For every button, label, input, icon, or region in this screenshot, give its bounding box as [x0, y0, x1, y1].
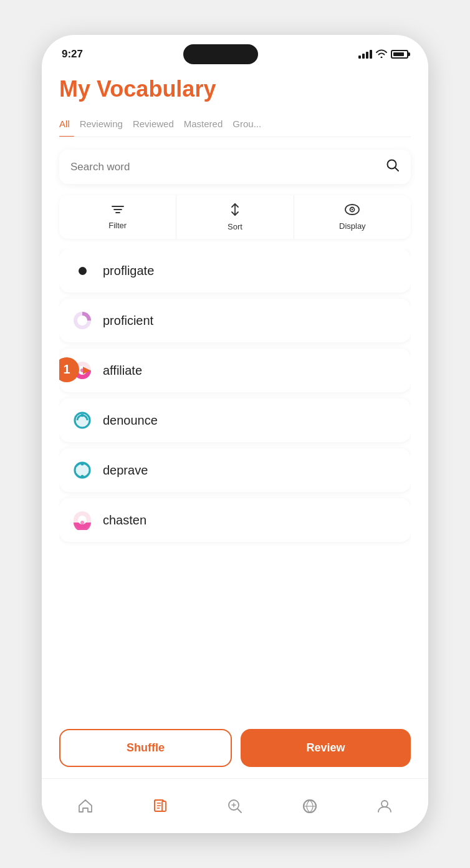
svg-point-10: [77, 316, 87, 326]
shuffle-button[interactable]: Shuffle: [59, 729, 232, 767]
tab-bar: All Reviewing Reviewed Mastered Grou...: [59, 113, 411, 137]
signal-icon: [358, 50, 372, 59]
word-item[interactable]: profligate: [59, 249, 411, 292]
word-icon-denounce: [72, 410, 93, 431]
nav-explore[interactable]: [292, 793, 328, 819]
search-bar[interactable]: [59, 150, 411, 184]
status-icons: [358, 49, 408, 60]
explore-icon: [302, 798, 318, 814]
word-item-affiliate-wrapper: 1 affiliate: [59, 349, 411, 392]
nav-home[interactable]: [67, 793, 103, 819]
search-icon[interactable]: [386, 158, 400, 175]
controls-row: Filter Sort: [59, 195, 411, 239]
word-name: proficient: [103, 314, 153, 328]
svg-point-20: [81, 475, 84, 478]
bottom-buttons: Shuffle Review: [59, 729, 411, 767]
battery-icon: [391, 50, 408, 59]
word-item[interactable]: denounce: [59, 398, 411, 442]
word-item[interactable]: deprave: [59, 448, 411, 492]
profile-icon: [376, 798, 393, 814]
word-name: profligate: [103, 264, 154, 278]
nav-bar: [42, 778, 428, 833]
tab-groups[interactable]: Grou...: [233, 113, 271, 137]
tab-mastered[interactable]: Mastered: [184, 113, 233, 137]
word-name: deprave: [103, 463, 148, 478]
page-title: My Vocabulary: [59, 76, 411, 102]
sort-icon: [229, 203, 241, 219]
word-icon-profligate: [72, 260, 93, 281]
word-item[interactable]: affiliate: [59, 349, 411, 392]
svg-rect-29: [162, 801, 166, 811]
svg-point-19: [81, 463, 84, 466]
tab-reviewing[interactable]: Reviewing: [80, 113, 133, 137]
filter-label: Filter: [108, 221, 127, 230]
word-icon-chasten: [72, 509, 93, 531]
tab-all[interactable]: All: [59, 113, 80, 137]
nav-profile[interactable]: [367, 793, 403, 819]
filter-icon: [111, 204, 125, 218]
nav-vocabulary[interactable]: [142, 793, 178, 819]
search-input[interactable]: [70, 161, 386, 173]
display-icon: [345, 203, 360, 219]
svg-line-31: [237, 809, 241, 813]
sort-label: Sort: [228, 222, 242, 231]
dynamic-island: [183, 44, 258, 64]
svg-point-8: [352, 209, 353, 210]
display-label: Display: [339, 221, 366, 231]
word-name: affiliate: [103, 364, 142, 378]
main-content: My Vocabulary All Reviewing Reviewed Mas…: [42, 65, 428, 778]
nav-search[interactable]: [217, 793, 253, 819]
svg-point-23: [80, 521, 84, 524]
word-list: profligate proficient 1: [59, 249, 411, 719]
search-nav-icon: [227, 798, 243, 814]
word-name: denounce: [103, 413, 158, 428]
word-icon-proficient: [72, 310, 93, 331]
display-button[interactable]: Display: [294, 195, 411, 239]
svg-point-16: [81, 414, 84, 417]
wifi-icon: [376, 49, 387, 60]
vocabulary-icon: [152, 798, 168, 814]
word-name: chasten: [103, 513, 146, 528]
word-icon-deprave: [72, 460, 93, 481]
home-icon: [77, 798, 94, 814]
badge-arrow: [83, 367, 90, 374]
word-item[interactable]: proficient: [59, 299, 411, 342]
word-item[interactable]: chasten: [59, 498, 411, 542]
svg-line-1: [395, 168, 399, 171]
review-button[interactable]: Review: [241, 729, 411, 767]
tab-reviewed[interactable]: Reviewed: [133, 113, 184, 137]
filter-button[interactable]: Filter: [59, 195, 176, 239]
svg-point-37: [381, 801, 388, 807]
sort-button[interactable]: Sort: [176, 195, 294, 239]
status-bar: 9:27: [42, 35, 428, 65]
status-time: 9:27: [62, 48, 83, 60]
